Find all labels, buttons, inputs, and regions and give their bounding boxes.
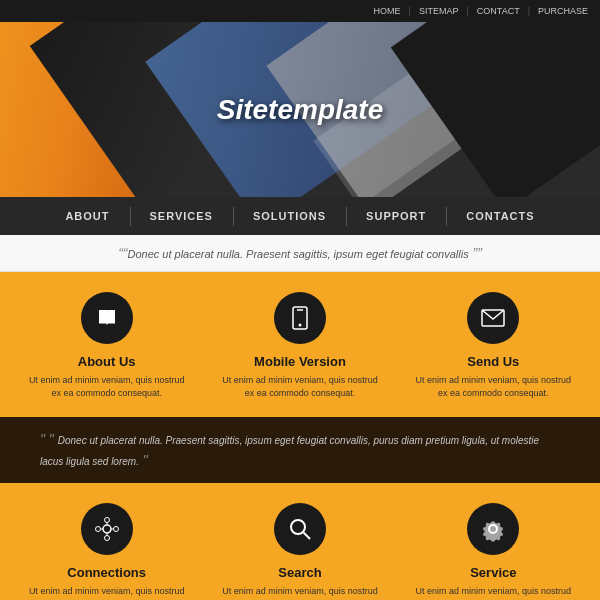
feature-sendus-text: Ut enim ad minim veniam, quis nostrud ex…: [412, 374, 575, 399]
dark-quote-text: Donec ut placerat nulla. Praesent sagitt…: [40, 435, 539, 467]
feature-sendus-title: Send Us: [412, 354, 575, 369]
service-search-title: Search: [218, 565, 381, 580]
dark-quote-band: " " Donec ut placerat nulla. Praesent sa…: [0, 417, 600, 483]
service-service-title: Service: [412, 565, 575, 580]
svg-point-5: [104, 518, 109, 523]
book-icon: [81, 292, 133, 344]
mail-icon: [467, 292, 519, 344]
service-connections-text: Ut enim ad minim veniam, quis nostrud ex…: [25, 585, 188, 600]
home-link[interactable]: HOME: [374, 6, 401, 16]
service-service-text: Ut enim ad minim veniam, quis nostrud ex…: [412, 585, 575, 600]
connections-icon: [81, 503, 133, 555]
feature-about: About Us Ut enim ad minim veniam, quis n…: [10, 292, 203, 399]
purchase-link[interactable]: PURCHASE: [538, 6, 588, 16]
feature-about-text: Ut enim ad minim veniam, quis nostrud ex…: [25, 374, 188, 399]
feature-mobile: Mobile Version Ut enim ad minim veniam, …: [203, 292, 396, 399]
mobile-icon: [274, 292, 326, 344]
service-connections-title: Connections: [25, 565, 188, 580]
svg-point-4: [103, 525, 111, 533]
service-search-text: Ut enim ad minim veniam, quis nostrud ex…: [218, 585, 381, 600]
svg-point-6: [104, 536, 109, 541]
hero-quote: Donec ut placerat nulla. Praesent sagitt…: [0, 235, 600, 272]
contact-link[interactable]: CONTACT: [477, 6, 520, 16]
features-section: About Us Ut enim ad minim veniam, quis n…: [0, 272, 600, 417]
nav-contacts[interactable]: CONTACTS: [446, 197, 554, 235]
feature-sendus: Send Us Ut enim ad minim veniam, quis no…: [397, 292, 590, 399]
close-quote: ": [139, 452, 148, 468]
nav-support[interactable]: SUPPORT: [346, 197, 446, 235]
service-search: Search Ut enim ad minim veniam, quis nos…: [203, 503, 396, 600]
svg-point-7: [95, 527, 100, 532]
svg-point-1: [298, 324, 301, 327]
svg-line-14: [303, 533, 310, 540]
hero-section: Sitetemplate: [0, 22, 600, 197]
feature-about-title: About Us: [25, 354, 188, 369]
sitemap-link[interactable]: SITEMAP: [419, 6, 459, 16]
search-icon: [274, 503, 326, 555]
nav-solutions[interactable]: SOLUTIONS: [233, 197, 346, 235]
features-grid: About Us Ut enim ad minim veniam, quis n…: [10, 292, 590, 399]
open-quote: " ": [40, 431, 58, 447]
nav-services[interactable]: SERVICES: [130, 197, 233, 235]
svg-point-8: [113, 527, 118, 532]
svg-point-13: [291, 520, 305, 534]
service-connections: Connections Ut enim ad minim veniam, qui…: [10, 503, 203, 600]
feature-mobile-text: Ut enim ad minim veniam, quis nostrud ex…: [218, 374, 381, 399]
top-bar: HOME | SITEMAP | CONTACT | PURCHASE: [0, 0, 600, 22]
nav-about[interactable]: ABOUT: [45, 197, 129, 235]
service-service: Service Ut enim ad minim veniam, quis no…: [397, 503, 590, 600]
services-section: Connections Ut enim ad minim veniam, qui…: [0, 483, 600, 600]
main-navigation: ABOUT SERVICES SOLUTIONS SUPPORT CONTACT…: [0, 197, 600, 235]
gear-icon: [467, 503, 519, 555]
feature-mobile-title: Mobile Version: [218, 354, 381, 369]
hero-title: Sitetemplate: [217, 94, 384, 126]
services-grid: Connections Ut enim ad minim veniam, qui…: [10, 503, 590, 600]
